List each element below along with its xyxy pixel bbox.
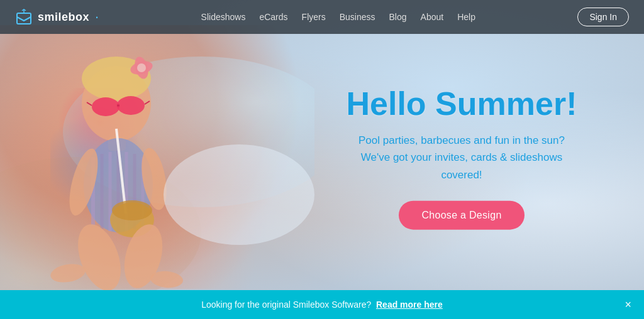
nav-item-business[interactable]: Business bbox=[340, 11, 375, 23]
logo-area: smilebox· bbox=[15, 8, 99, 26]
nav-item-ecards[interactable]: eCards bbox=[259, 11, 287, 23]
svg-point-8 bbox=[117, 96, 145, 115]
hero-illustration bbox=[0, 19, 314, 290]
svg-point-7 bbox=[92, 97, 119, 116]
nav-link-business[interactable]: Business bbox=[340, 12, 375, 22]
banner-close-button[interactable]: × bbox=[625, 298, 631, 311]
banner-text: Looking for the original Smilebox Softwa… bbox=[201, 300, 443, 310]
nav-link-help[interactable]: Help bbox=[457, 12, 475, 22]
logo-text: smilebox bbox=[38, 11, 89, 24]
nav-item-blog[interactable]: Blog bbox=[389, 11, 407, 23]
bottom-banner: Looking for the original Smilebox Softwa… bbox=[0, 290, 644, 319]
nav-item-about[interactable]: About bbox=[421, 11, 444, 23]
nav-links: Slideshows eCards Flyers Business Blog A… bbox=[201, 11, 475, 23]
nav-link-slideshows[interactable]: Slideshows bbox=[201, 12, 246, 22]
navbar: smilebox· Slideshows eCards Flyers Busin… bbox=[0, 0, 644, 34]
banner-main-text: Looking for the original Smilebox Softwa… bbox=[201, 300, 371, 310]
hero-content: Hello Summer! Pool parties, barbecues an… bbox=[330, 86, 594, 230]
nav-item-help[interactable]: Help bbox=[457, 11, 475, 23]
svg-point-30 bbox=[164, 144, 314, 245]
nav-link-blog[interactable]: Blog bbox=[389, 12, 407, 22]
hero-section: Hello Summer! Pool parties, barbecues an… bbox=[0, 0, 644, 290]
nav-link-about[interactable]: About bbox=[421, 12, 444, 22]
hero-subtitle: Pool parties, barbecues and fun in the s… bbox=[330, 132, 594, 183]
hero-title: Hello Summer! bbox=[330, 86, 594, 122]
hero-subtitle-line2: We've got your invites, cards & slidesho… bbox=[361, 151, 562, 163]
hero-subtitle-line3: covered! bbox=[441, 168, 482, 180]
svg-point-6 bbox=[137, 63, 146, 72]
banner-link[interactable]: Read more here bbox=[376, 300, 443, 310]
logo-dot: · bbox=[95, 10, 99, 24]
nav-link-ecards[interactable]: eCards bbox=[259, 12, 287, 22]
nav-link-flyers[interactable]: Flyers bbox=[302, 12, 326, 22]
logo-icon bbox=[15, 8, 33, 26]
nav-item-flyers[interactable]: Flyers bbox=[302, 11, 326, 23]
svg-point-25 bbox=[112, 200, 152, 220]
choose-design-button[interactable]: Choose a Design bbox=[399, 200, 524, 229]
nav-item-slideshows[interactable]: Slideshows bbox=[201, 11, 246, 23]
hero-subtitle-line1: Pool parties, barbecues and fun in the s… bbox=[358, 134, 565, 146]
signin-button[interactable]: Sign In bbox=[577, 8, 629, 26]
